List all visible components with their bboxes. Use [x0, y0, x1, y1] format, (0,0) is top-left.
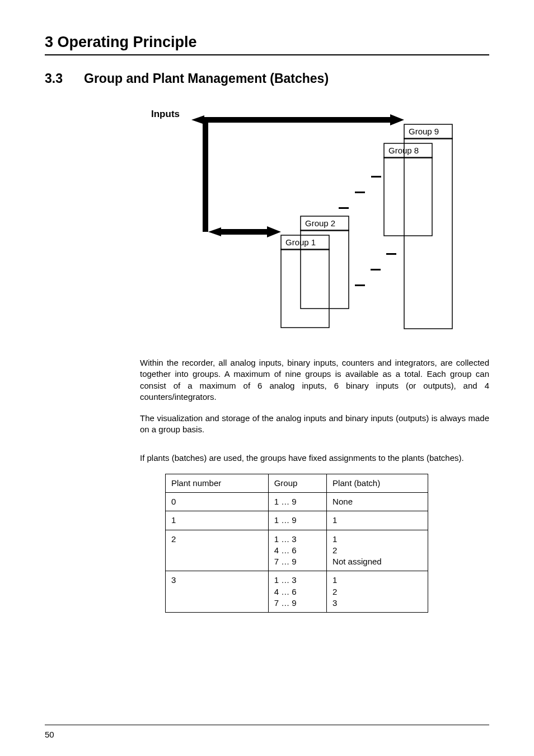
svg-rect-8	[339, 207, 349, 209]
group8-label: Group 8	[388, 146, 419, 155]
table-row: 3 1 … 3 4 … 6 7 … 9 1 2 3	[166, 571, 428, 613]
svg-rect-6	[371, 176, 381, 178]
section-title: Group and Plant Management (Batches)	[84, 71, 329, 86]
paragraph-1: Within the recorder, all analog inputs, …	[140, 357, 489, 403]
table-row: 0 1 … 9 None	[166, 493, 428, 511]
svg-rect-15	[384, 157, 432, 236]
svg-rect-17	[281, 249, 329, 328]
table-header-row: Plant number Group Plant (batch)	[166, 474, 428, 492]
inputs-label: Inputs	[151, 109, 180, 119]
th-plant-number: Plant number	[166, 474, 269, 492]
footer-rule	[45, 725, 489, 725]
paragraph-3: If plants (batches) are used, the groups…	[140, 452, 489, 464]
chapter-title: 3 Operating Principle	[45, 34, 489, 51]
section-header: 3.3 Group and Plant Management (Batches)	[45, 71, 489, 86]
inputs-diagram: Inputs Group 9 Group 8 Group	[140, 103, 489, 340]
group2-label: Group 2	[305, 218, 335, 228]
svg-marker-0	[191, 115, 204, 124]
svg-rect-20	[355, 284, 365, 286]
group9-label: Group 9	[409, 127, 439, 136]
svg-rect-19	[371, 269, 381, 270]
page-number: 50	[45, 730, 54, 739]
svg-rect-1	[203, 117, 390, 123]
svg-rect-14	[404, 138, 452, 329]
svg-rect-10	[219, 229, 267, 235]
svg-rect-7	[355, 192, 365, 193]
plant-table: Plant number Group Plant (batch) 0 1 … 9…	[165, 474, 428, 613]
svg-rect-18	[386, 253, 396, 255]
svg-rect-4	[203, 120, 208, 232]
chapter-rule	[45, 54, 489, 55]
table-row: 2 1 … 3 4 … 6 7 … 9 1 2 Not assigned	[166, 530, 428, 571]
th-plant-batch: Plant (batch)	[327, 474, 428, 492]
svg-marker-2	[390, 114, 404, 125]
th-group: Group	[268, 474, 326, 492]
svg-marker-11	[267, 226, 281, 237]
section-number: 3.3	[45, 71, 84, 86]
svg-marker-9	[208, 227, 221, 236]
table-row: 1 1 … 9 1	[166, 511, 428, 530]
paragraph-2: The visualization and storage of the ana…	[140, 413, 489, 436]
